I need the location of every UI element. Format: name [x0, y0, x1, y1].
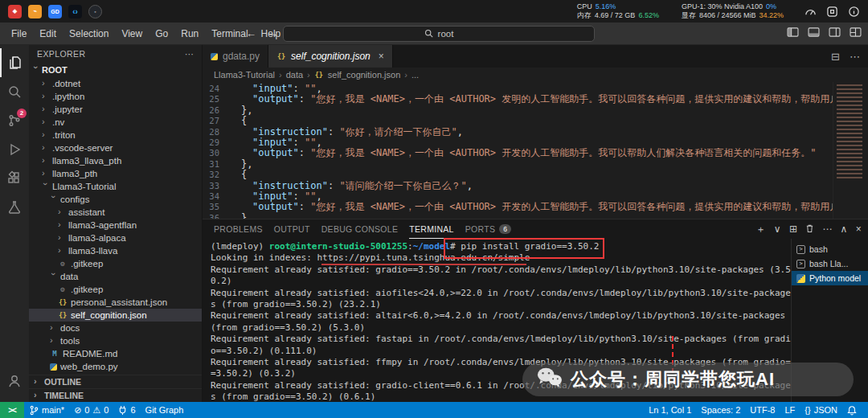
explorer-actions-icon[interactable]: ⋯ — [185, 49, 194, 59]
tree-item[interactable]: ›.vscode-server — [29, 141, 202, 154]
chevron-right-icon: › — [58, 208, 65, 215]
ports-indicator[interactable]: 6 — [113, 402, 140, 418]
tree-item[interactable]: MREADME.md — [29, 347, 202, 360]
indentation[interactable]: Spaces: 2 — [696, 402, 745, 418]
tree-item[interactable]: {}personal_assistant.json — [29, 296, 202, 309]
account-icon[interactable] — [0, 367, 29, 395]
tree-item[interactable]: ›llama3_pth — [29, 167, 202, 180]
app-icon-red[interactable]: ◈ — [8, 5, 22, 18]
panel-tab-ports[interactable]: PORTS6 — [465, 219, 512, 239]
search-sidebar-icon[interactable] — [0, 77, 29, 106]
activity-bar: 2 — [0, 45, 29, 402]
close-tab-icon[interactable]: × — [379, 51, 384, 62]
chevron-right-icon: › — [42, 105, 49, 113]
tree-item[interactable]: ›Llama3-Tutorial — [29, 180, 202, 193]
performance-icon[interactable] — [805, 6, 817, 18]
terminal-dropdown-icon[interactable]: ∨ — [774, 223, 781, 235]
vscode-window: ◈ ⌁ GD ‹› ◦ CPU5.16% 内存4.69 / 72 GB 6.52… — [0, 0, 868, 418]
tree-item[interactable]: ⚙.gitkeep — [29, 257, 202, 270]
compass-icon[interactable]: ◦ — [88, 5, 102, 18]
language-mode[interactable]: {}JSON — [800, 402, 842, 418]
menu-run[interactable]: Run — [174, 28, 205, 39]
source-control-icon[interactable]: 2 — [0, 106, 29, 135]
panel-tab-terminal[interactable]: TERMINAL — [409, 219, 454, 239]
tab-self-cognition-json[interactable]: {} self_cognition.json × — [268, 45, 393, 68]
nav-back-icon[interactable]: ← — [246, 27, 256, 39]
notifications-bell-icon[interactable] — [842, 402, 862, 418]
nav-forward-icon[interactable]: → — [268, 27, 278, 39]
split-editor-icon[interactable]: ⊟ — [831, 51, 840, 63]
minimap[interactable] — [833, 82, 868, 219]
breadcrumb[interactable]: Llama3-Tutorial› data› {} self_cognition… — [203, 68, 868, 82]
run-debug-icon[interactable] — [0, 135, 29, 164]
git-graph-item[interactable]: Git Graph — [141, 402, 189, 418]
tree-item[interactable]: ›llama3-llava — [29, 244, 202, 257]
line-number: 24 — [203, 84, 230, 94]
search-value: root — [438, 29, 454, 39]
tree-item[interactable]: web_demo.py — [29, 360, 202, 373]
explorer-icon[interactable] — [0, 48, 29, 77]
tree-item[interactable]: ›.jupyter — [29, 103, 202, 116]
outline-section[interactable]: › OUTLINE — [29, 375, 202, 388]
chevron-right-icon: › — [34, 378, 41, 385]
info-icon[interactable] — [848, 6, 860, 18]
tree-item[interactable]: {}self_cognition.json — [29, 309, 202, 322]
new-terminal-icon[interactable]: ＋ — [756, 223, 766, 236]
menu-view[interactable]: View — [115, 28, 149, 39]
tree-item[interactable]: ›.triton — [29, 129, 202, 141]
git-branch[interactable]: main* — [24, 402, 69, 418]
toggle-secondary-sidebar-icon[interactable] — [829, 27, 841, 39]
kill-terminal-icon[interactable] — [805, 223, 814, 236]
tree-item[interactable]: ›assistant — [29, 206, 202, 219]
tree-item[interactable]: ›.ipython — [29, 90, 202, 103]
panel-tab-debug-console[interactable]: DEBUG CONSOLE — [321, 219, 399, 239]
panel-tab-problems[interactable]: PROBLEMS — [214, 219, 263, 239]
app-icon-gd[interactable]: GD — [48, 5, 62, 18]
tree-item-label: assistant — [68, 207, 104, 217]
command-center-search[interactable]: root — [283, 26, 595, 42]
toggle-sidebar-icon[interactable] — [787, 27, 799, 39]
timeline-section[interactable]: › TIMELINE — [29, 388, 202, 402]
tree-item[interactable]: ›llama3_llava_pth — [29, 154, 202, 167]
menu-file[interactable]: File — [5, 28, 33, 39]
tree-item[interactable]: ›configs — [29, 193, 202, 206]
close-panel-icon[interactable]: × — [856, 223, 862, 235]
vscode-icon[interactable]: ‹› — [68, 5, 82, 18]
tab-gdata-py[interactable]: gdata.py — [203, 45, 268, 68]
customize-layout-icon[interactable] — [850, 27, 862, 39]
tree-item[interactable]: ›llama3-agentflan — [29, 219, 202, 232]
editor[interactable]: 24"input": "",25"output": "您好，我是 <NAME>，… — [203, 82, 868, 219]
tree-item[interactable]: ›tools — [29, 334, 202, 347]
memory-stat: 内存4.69 / 72 GB 6.52% — [577, 11, 659, 20]
tree-item[interactable]: ›data — [29, 270, 202, 283]
terminal-list-item[interactable]: >bash — [792, 242, 868, 256]
tree-item[interactable]: ›.dotnet — [29, 77, 202, 90]
panel-tab-output[interactable]: OUTPUT — [274, 219, 310, 239]
maximize-panel-icon[interactable]: ∧ — [841, 223, 848, 235]
terminal-list-item[interactable]: >bash Lla... — [792, 256, 868, 271]
cpu-stat: CPU5.16% — [577, 2, 659, 11]
tree-item[interactable]: ›.nv — [29, 116, 202, 129]
editor-more-actions-icon[interactable]: ⋯ — [850, 51, 860, 63]
eol[interactable]: LF — [780, 402, 800, 418]
extensions-icon[interactable] — [0, 164, 29, 193]
problems-indicator[interactable]: ⊘0 ⚠0 — [69, 402, 113, 418]
app-grid-icon[interactable] — [826, 6, 838, 18]
cursor-position[interactable]: Ln 1, Col 1 — [644, 402, 696, 418]
split-terminal-icon[interactable]: ⊞ — [789, 223, 797, 235]
tree-item[interactable]: ›llama3-alpaca — [29, 232, 202, 244]
tree-root[interactable]: › ROOT — [29, 63, 202, 77]
toggle-panel-icon[interactable] — [808, 27, 820, 39]
encoding[interactable]: UTF-8 — [745, 402, 780, 418]
app-icon-flame[interactable]: ⌁ — [28, 5, 42, 18]
menu-edit[interactable]: Edit — [33, 28, 63, 39]
menu-go[interactable]: Go — [149, 28, 174, 39]
code-line: 25"output": "您好，我是 <NAME>，一个由 <AUTHOR> 发… — [203, 94, 833, 104]
tree-item[interactable]: ⚙.gitkeep — [29, 283, 202, 296]
terminal-list-item[interactable]: Python model — [792, 271, 868, 285]
testing-icon[interactable] — [0, 193, 29, 222]
tree-item[interactable]: ›docs — [29, 322, 202, 334]
menu-selection[interactable]: Selection — [63, 28, 115, 39]
panel-more-icon[interactable]: ⋯ — [822, 223, 832, 235]
remote-indicator[interactable]: >< — [0, 402, 24, 418]
